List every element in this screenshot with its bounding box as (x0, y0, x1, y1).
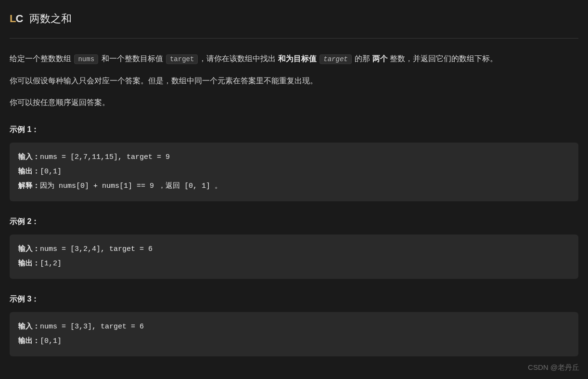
example-3-heading: 示例 3： (10, 292, 578, 305)
watermark: CSDN @老丹丘 (528, 361, 579, 374)
example-3-block: 输入：nums = [3,3], target = 6 输出：[0,1] (10, 312, 578, 356)
example-1-explain: 解释：因为 nums[0] + nums[1] == 9 ，返回 [0, 1] … (18, 179, 570, 194)
header: LC 两数之和 (10, 10, 578, 39)
text: 和一个整数目标值 (99, 54, 165, 63)
description-p1: 给定一个整数数组 nums 和一个整数目标值 target，请你在该数组中找出 … (10, 52, 578, 65)
code-nums: nums (74, 54, 98, 64)
output-value: [0,1] (40, 337, 62, 345)
example-2-output: 输出：[1,2] (18, 257, 570, 271)
example-1-heading: 示例 1： (10, 123, 578, 136)
text: 整数，并返回它们的数组下标。 (388, 54, 498, 63)
logo-icon: LC (10, 10, 23, 27)
description-p3: 你可以按任意顺序返回答案。 (10, 96, 578, 109)
code-target-italic: target (320, 54, 351, 64)
text: 的那 (353, 54, 372, 63)
bold-text: 和为目标值 (278, 54, 319, 63)
problem-title: 两数之和 (29, 10, 72, 27)
output-label: 输出： (18, 168, 40, 176)
output-value: [0,1] (40, 168, 62, 176)
bold-text: 两个 (372, 54, 388, 63)
text: 给定一个整数数组 (10, 54, 73, 63)
example-2-input: 输入：nums = [3,2,4], target = 6 (18, 242, 570, 257)
example-1-output: 输出：[0,1] (18, 165, 570, 179)
example-3-input: 输入：nums = [3,3], target = 6 (18, 320, 570, 334)
input-value: nums = [3,3], target = 6 (40, 323, 144, 331)
example-1-input: 输入：nums = [2,7,11,15], target = 9 (18, 150, 570, 165)
input-value: nums = [3,2,4], target = 6 (40, 245, 153, 253)
output-label: 输出： (18, 260, 40, 268)
explain-value: 因为 nums[0] + nums[1] == 9 ，返回 [0, 1] 。 (40, 182, 222, 190)
input-label: 输入： (18, 153, 40, 161)
output-value: [1,2] (40, 260, 62, 268)
input-label: 输入： (18, 245, 40, 253)
code-target: target (166, 54, 198, 64)
example-1-block: 输入：nums = [2,7,11,15], target = 9 输出：[0,… (10, 143, 578, 201)
example-2-block: 输入：nums = [3,2,4], target = 6 输出：[1,2] (10, 235, 578, 279)
description-p2: 你可以假设每种输入只会对应一个答案。但是，数组中同一个元素在答案里不能重复出现。 (10, 74, 578, 87)
text: ，请你在该数组中找出 (199, 54, 278, 63)
example-3-output: 输出：[0,1] (18, 334, 570, 349)
description: 给定一个整数数组 nums 和一个整数目标值 target，请你在该数组中找出 … (10, 52, 578, 109)
logo-c: C (15, 13, 23, 25)
logo-l: L (10, 13, 15, 25)
input-label: 输入： (18, 323, 40, 331)
example-2-heading: 示例 2： (10, 215, 578, 228)
output-label: 输出： (18, 337, 40, 345)
input-value: nums = [2,7,11,15], target = 9 (40, 153, 170, 161)
explain-label: 解释： (18, 182, 40, 190)
